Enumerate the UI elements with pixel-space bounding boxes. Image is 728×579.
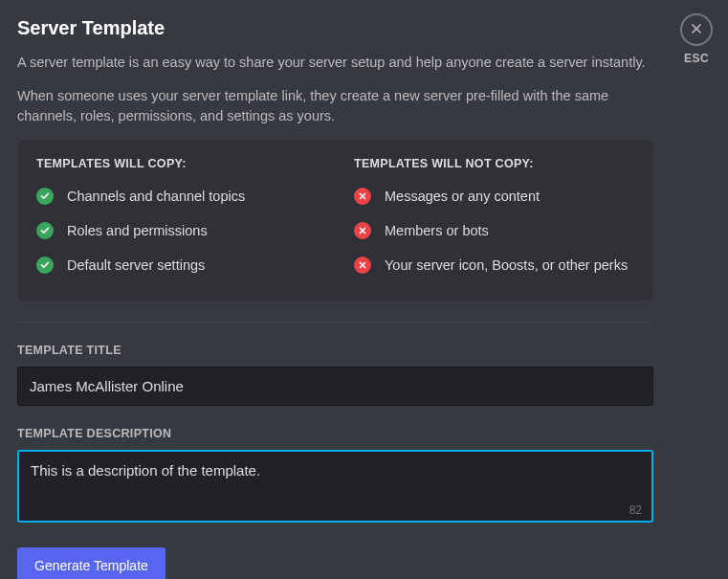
check-icon: [36, 188, 54, 205]
list-item-label: Your server icon, Boosts, or other perks: [385, 257, 628, 273]
intro-text-1: A server template is an easy way to shar…: [17, 53, 652, 73]
esc-label: ESC: [680, 52, 713, 65]
cross-icon: [354, 188, 371, 205]
copy-info-box: TEMPLATES WILL COPY: Channels and channe…: [17, 140, 652, 301]
intro-text-2: When someone uses your server template l…: [17, 86, 652, 126]
will-copy-heading: TEMPLATES WILL COPY:: [36, 157, 316, 170]
page-title: Server Template: [17, 17, 652, 39]
check-icon: [36, 222, 54, 239]
list-item: Roles and permissions: [36, 222, 316, 239]
list-item: Your server icon, Boosts, or other perks: [354, 256, 633, 274]
section-divider: [17, 322, 652, 323]
template-title-input[interactable]: [17, 367, 653, 406]
char-count: 82: [629, 503, 642, 517]
close-button[interactable]: [680, 13, 713, 46]
list-item-label: Default server settings: [67, 257, 205, 273]
list-item-label: Messages or any content: [385, 189, 540, 204]
template-description-label: TEMPLATE DESCRIPTION: [17, 427, 652, 440]
list-item-label: Channels and channel topics: [67, 189, 245, 204]
list-item-label: Roles and permissions: [67, 223, 208, 238]
list-item: Messages or any content: [354, 188, 633, 205]
cross-icon: [354, 222, 371, 239]
will-not-copy-heading: TEMPLATES WILL NOT COPY:: [354, 157, 633, 170]
generate-template-button[interactable]: Generate Template: [17, 547, 165, 579]
check-icon: [36, 256, 54, 274]
list-item: Members or bots: [354, 222, 633, 239]
list-item: Channels and channel topics: [36, 188, 316, 205]
list-item: Default server settings: [36, 256, 316, 274]
cross-icon: [354, 256, 371, 274]
template-description-input[interactable]: [17, 450, 653, 523]
list-item-label: Members or bots: [385, 223, 489, 238]
will-copy-column: TEMPLATES WILL COPY: Channels and channe…: [36, 157, 316, 291]
close-icon: [689, 21, 704, 39]
template-title-label: TEMPLATE TITLE: [17, 344, 652, 357]
will-not-copy-column: TEMPLATES WILL NOT COPY: Messages or any…: [354, 157, 633, 291]
